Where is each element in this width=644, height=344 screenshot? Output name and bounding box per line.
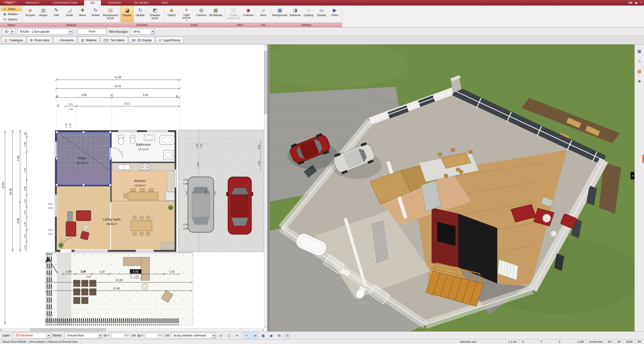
storey-combo[interactable]: Ground floor	[65, 333, 102, 338]
rotate-button[interactable]: ↻ Rotate	[89, 6, 102, 22]
settings-shadows-label: Shadows	[289, 14, 301, 17]
plan-vscroll-thumb[interactable]	[264, 51, 267, 114]
menu-tab-3d[interactable]: 3D	[84, 0, 101, 6]
camera-button[interactable]: ◎ Camera	[195, 6, 208, 22]
object-button[interactable]: ◆ Object	[165, 6, 178, 22]
menu-tab-terrain[interactable]: TERRAIN	[101, 0, 127, 6]
help-icon[interactable]: ?	[640, 1, 641, 4]
shadow-display-button[interactable]: ◪ Display	[121, 6, 134, 22]
room-label-bathroom: Bathroom	[136, 143, 151, 146]
multiple-button[interactable]: ▣ Multiple ▾	[1, 12, 22, 16]
tab-material[interactable]: ▦ Material	[78, 37, 100, 44]
group-label-material: Material	[23, 23, 120, 27]
light-source-button[interactable]: ☀ Light source ▾	[178, 6, 195, 22]
shadow-update-button[interactable]: ↻ Update	[134, 6, 147, 22]
gear-icon: ⚙	[3, 18, 7, 21]
settings-lighting-button[interactable]: ☼ Lighting	[302, 6, 315, 22]
status-scale[interactable]: 1:100	[574, 339, 587, 344]
scroll-position-marker	[642, 155, 644, 163]
acquire-button[interactable]: ◈ Acquire	[24, 6, 37, 22]
tab-elevations[interactable]: ◔ Elevations	[53, 37, 77, 44]
bitmap-3d-button[interactable]: ▦ 3D-Bitmap	[208, 6, 223, 22]
collision-button[interactable]: ◉ Collision	[242, 6, 255, 22]
plants-panel-button[interactable]: ♣	[636, 78, 643, 85]
viewport-3d[interactable]: ◄	[270, 45, 634, 331]
view-mode-combo[interactable]: 3D	[2, 29, 15, 34]
layer-label: Layer :	[2, 334, 11, 337]
display-options-button[interactable]: ▢	[226, 332, 232, 339]
shadow-brush-button[interactable]: ◩ Shadow brush	[147, 6, 163, 22]
chevron-down-icon	[10, 29, 14, 34]
north-button[interactable]: N	[284, 332, 290, 339]
menu-tab-file[interactable]: FILE	[2, 1, 17, 5]
tab-room-data[interactable]: ⊞ Room data	[27, 37, 52, 44]
video-button[interactable]: ▶ Video	[328, 6, 341, 22]
tab-elevations-label: Elevations	[60, 39, 74, 42]
home-panel-button[interactable]: ⌂	[636, 58, 643, 65]
materials-panel-button[interactable]: ▦	[636, 68, 643, 75]
layers-panel-button[interactable]: ▣	[636, 48, 643, 55]
background-brush-button[interactable]: ▨ Background brush	[102, 6, 119, 22]
settings-background-button[interactable]: ▩ Background	[272, 6, 288, 22]
dim-label: 1.01	[68, 103, 73, 105]
net-area-type-combo[interactable]: UFA1	[131, 29, 155, 34]
settings-display-button[interactable]: ▭ Display	[315, 6, 328, 22]
scroll-up-icon[interactable]: ▲	[265, 45, 267, 46]
area-button[interactable]: ▱ Area	[257, 6, 270, 22]
panel-divider[interactable]	[267, 45, 270, 331]
pointer-mode-button[interactable]: ↖	[244, 332, 250, 339]
y-label: Y:	[540, 340, 543, 343]
raster-toggle-button[interactable]: ⊞	[276, 332, 282, 339]
scroll-right-icon[interactable]: ▶	[263, 329, 264, 331]
tab-catalogue[interactable]: ▥ Catalogue	[1, 37, 26, 44]
tab-material-label: Material	[86, 39, 97, 42]
more-options-button[interactable]: ⋮	[292, 332, 298, 339]
scale-label: Scale	[66, 14, 73, 17]
menu-tab-2d-views[interactable]: 2D VIEWS	[128, 0, 155, 6]
grid-toggle-button[interactable]: ▦	[260, 332, 266, 339]
status-bar: Room Floor RAUM - 1.5cm plaster L=Räume …	[0, 339, 644, 344]
floor-button[interactable]: Floor	[77, 29, 107, 34]
panel-collapse-handle[interactable]: ◄	[631, 172, 634, 179]
swap-axes-button[interactable]: ⇄	[252, 332, 258, 339]
clock-button[interactable]: ◷	[218, 332, 224, 339]
window-icon[interactable]: ▣	[635, 1, 637, 5]
dim-label: 1.01	[23, 234, 26, 239]
settings-shadows-button[interactable]: ◨ Shadows	[288, 6, 302, 22]
favorites-button[interactable]: ✦	[234, 332, 240, 339]
car-red-topview[interactable]	[226, 177, 253, 234]
assign-button[interactable]: ▤ Assign	[37, 6, 50, 22]
menu-tab-construction[interactable]: CONSTRUCTION	[46, 0, 84, 6]
dim-label: 6.00	[17, 218, 20, 223]
menu-tab-edit[interactable]: EDIT	[155, 0, 175, 6]
snap-toggle-button[interactable]: ◉	[268, 332, 274, 339]
dim-label: 5.60	[143, 93, 148, 96]
ribbon-group-insert: ◆ Object ☀ Light source ▾ ◎ Camera ▦ 3D-…	[164, 6, 224, 27]
dim-label: 11.08	[113, 287, 120, 290]
status-unit[interactable]: Centimetre	[587, 339, 605, 344]
tab-layer-storey[interactable]: ≣ Layer/Storey	[156, 37, 183, 44]
dx-input[interactable]: 0.0	[111, 333, 130, 338]
car-gray-topview[interactable]	[186, 177, 215, 232]
plan-hscroll-thumb[interactable]	[30, 328, 106, 331]
material-combo[interactable]: RAUM - 1.5cm plaster	[18, 29, 72, 34]
render-3d[interactable]	[270, 45, 634, 331]
scale-button[interactable]: ◿ Scale	[63, 6, 76, 22]
dim-label: 1.41	[23, 245, 26, 250]
floor-plan-drawing[interactable]: 11.08 11.01 4.65 5.60 9.17 36 30 36 83 1…	[0, 45, 264, 328]
options-button[interactable]: ⚙ Options	[1, 17, 22, 22]
move-button[interactable]: ✚ Move	[76, 6, 89, 22]
menu-tab-project[interactable]: PROJECT	[19, 0, 46, 6]
layer-combo[interactable]: 2D-Elemente	[13, 333, 51, 338]
tab-text-labels[interactable]: TXT Text labels	[101, 37, 128, 44]
edit-button[interactable]: ✎ Edit	[50, 6, 63, 22]
plan-2d-viewport[interactable]: 11.08 11.01 4.65 5.60 9.17 36 30 36 83 1…	[0, 45, 267, 331]
dy-input[interactable]: 0.0	[145, 333, 164, 338]
select-button[interactable]: ↖ Select	[1, 6, 22, 11]
x-label: X:	[522, 340, 524, 343]
scroll-down-icon[interactable]: ▼	[265, 326, 267, 328]
scroll-left-icon[interactable]: ◀	[0, 329, 1, 331]
tab-2d-display[interactable]: 2D 2D Display	[129, 37, 155, 44]
keyboard-icon[interactable]: ⌨	[628, 1, 632, 5]
coordinate-mode-combo[interactable]: dx,dy (relative cartesian)	[171, 333, 216, 338]
